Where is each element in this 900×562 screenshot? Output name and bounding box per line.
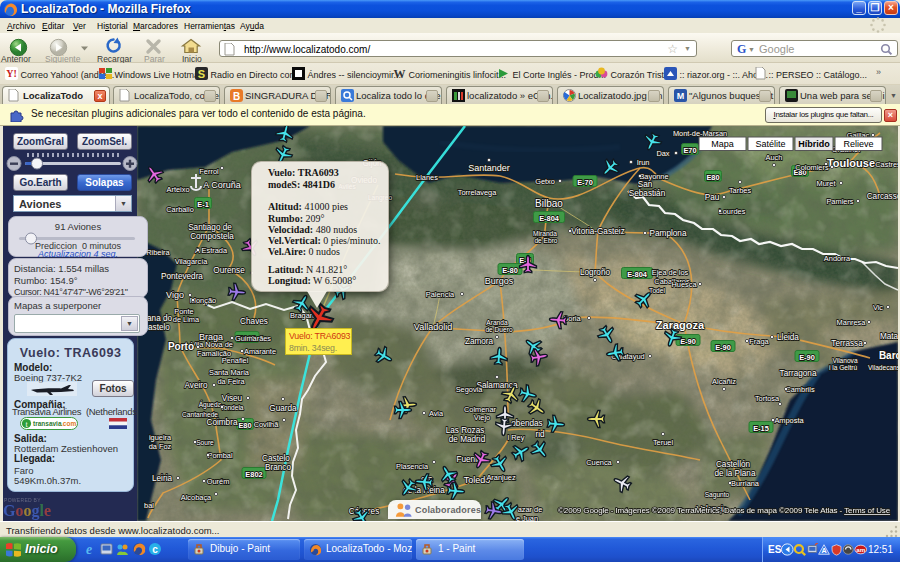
svg-text:igueira: igueira (149, 433, 172, 442)
svg-text:azar de: azar de (518, 505, 543, 514)
svg-text:Tarbes: Tarbes (729, 186, 751, 195)
svg-text:E-80: E-80 (502, 266, 518, 275)
svg-text:E70: E70 (683, 146, 696, 155)
svg-text:Dax: Dax (656, 149, 669, 158)
svg-text:Soure: Soure (196, 439, 214, 446)
svg-text:Aveiro: Aveiro (184, 381, 208, 390)
svg-text:Aranda: Aranda (486, 319, 508, 326)
svg-text:de la Plana: de la Plana (715, 469, 756, 478)
svg-text:M: M (677, 91, 685, 101)
svg-text:Águeda: Águeda (199, 400, 222, 409)
svg-text:Llanes: Llanes (416, 173, 438, 182)
svg-text:Alcañiz: Alcañiz (712, 377, 736, 386)
svg-text:E-804: E-804 (539, 214, 560, 223)
svg-text:Las Rozas: Las Rozas (446, 426, 485, 435)
svg-text:Andorra: Andorra (824, 254, 851, 263)
svg-text:Relieve: Relieve (843, 139, 873, 149)
svg-text:transavia: transavia (33, 420, 62, 427)
svg-text:Huesca: Huesca (671, 280, 697, 289)
svg-text:am: am (856, 546, 866, 553)
svg-text:Terrassa: Terrassa (831, 339, 863, 348)
svg-text:rid: rid (535, 430, 545, 439)
svg-text:S: S (198, 68, 205, 80)
svg-text:Vigo: Vigo (166, 290, 184, 300)
svg-text:Burgos: Burgos (485, 276, 514, 286)
svg-text:Cuenca: Cuenca (586, 458, 612, 467)
svg-text:Coimbra: Coimbra (207, 418, 238, 427)
svg-text:Vitoria-Gasteiz: Vitoria-Gasteiz (571, 227, 625, 236)
svg-text:Vilagarcía: Vilagarcía (175, 257, 209, 266)
svg-text:E-70: E-70 (577, 178, 593, 187)
svg-text:Castelo: Castelo (262, 454, 290, 463)
svg-text:Chaves: Chaves (240, 317, 268, 326)
svg-text:Plasencia: Plasencia (396, 462, 429, 471)
svg-text:©2009 Google - Imágenes ©2009: ©2009 Google - Imágenes ©2009 TerraMetri… (558, 506, 891, 515)
svg-text:de Duero: de Duero (485, 326, 512, 333)
svg-text:Porto: Porto (168, 341, 194, 352)
svg-text:Irun: Irun (637, 158, 650, 167)
svg-text:Penafiel: Penafiel (222, 356, 249, 365)
svg-text:Tondela: Tondela (220, 404, 243, 411)
svg-text:Ribeira: Ribeira (146, 248, 170, 257)
svg-text:Covilhã: Covilhã (254, 420, 280, 429)
svg-text:e Juan: e Juan (516, 514, 538, 521)
svg-text:Lleida: Lleida (777, 333, 799, 342)
svg-text:Lourdes: Lourdes (719, 207, 746, 216)
svg-text:Mata: Mata (880, 332, 898, 341)
svg-text:W: W (394, 67, 406, 80)
svg-text:Avia: Avia (429, 409, 444, 418)
svg-text:Híbrido: Híbrido (798, 139, 830, 149)
svg-text:Cambrils: Cambrils (785, 385, 814, 394)
svg-text:E-1: E-1 (197, 200, 209, 209)
svg-text:Segovia: Segovia (456, 385, 484, 394)
svg-text:Burriana: Burriana (731, 479, 760, 488)
svg-text:Branco: Branco (265, 463, 291, 472)
svg-text:Logroño: Logroño (580, 268, 610, 277)
svg-text:l Rey: l Rey (508, 433, 525, 442)
svg-text:E-804: E-804 (627, 270, 648, 279)
svg-text:.com: .com (61, 420, 76, 427)
svg-text:A: A (821, 548, 826, 555)
svg-text:Mapa: Mapa (711, 139, 734, 149)
svg-text:obendas: obendas (511, 419, 542, 428)
svg-text:c: c (152, 544, 158, 555)
svg-text:de Ebro: de Ebro (534, 237, 557, 244)
svg-text:Compostela: Compostela (190, 232, 234, 241)
svg-text:E80: E80 (238, 421, 251, 430)
svg-text:Bayonne: Bayonne (639, 172, 668, 181)
svg-text:E-90: E-90 (680, 337, 696, 346)
svg-text:Muret: Muret (817, 179, 836, 188)
svg-text:Pau: Pau (705, 193, 720, 202)
svg-text:da Foz: da Foz (149, 442, 172, 451)
svg-text:Vilanova: Vilanova (832, 357, 858, 364)
svg-text:Carballo: Carballo (166, 205, 194, 214)
svg-text:Santa Maria: Santa Maria (209, 368, 250, 377)
svg-text:Palencia: Palencia (426, 290, 455, 299)
svg-text:Y!: Y! (6, 68, 17, 79)
svg-text:E80: E80 (706, 173, 719, 182)
svg-text:Vic: Vic (873, 303, 883, 312)
svg-text:Toulouse: Toulouse (827, 157, 875, 169)
svg-text:Alcobaça: Alcobaça (181, 493, 212, 502)
svg-text:de Madrid: de Madrid (449, 435, 486, 444)
svg-text:Pamiers: Pamiers (826, 197, 853, 206)
svg-text:A Coruña: A Coruña (203, 180, 241, 190)
svg-text:Torrelavega: Torrelavega (458, 188, 498, 197)
svg-text:Manresa: Manresa (837, 318, 867, 327)
svg-text:Bilbao: Bilbao (535, 198, 563, 209)
svg-text:Barc: Barc (879, 350, 898, 361)
svg-text:Tortosa: Tortosa (755, 394, 780, 403)
svg-text:Valladolid: Valladolid (414, 322, 452, 332)
svg-text:Amarante: Amarante (244, 347, 276, 356)
svg-text:Zamora: Zamora (465, 337, 494, 346)
svg-text:Zaragoza: Zaragoza (656, 319, 705, 331)
svg-text:B: B (233, 91, 240, 102)
svg-text:Satélite: Satélite (755, 139, 785, 149)
svg-text:i la Geltrú: i la Geltrú (829, 364, 858, 371)
svg-text:Castellón: Castellón (716, 460, 751, 469)
svg-text:Aranjuez: Aranjuez (486, 473, 515, 482)
svg-text:Teruel: Teruel (653, 438, 673, 447)
svg-text:Todel: Todel (649, 287, 665, 294)
svg-text:Santander: Santander (468, 163, 510, 173)
svg-text:Pamplona: Pamplona (650, 229, 687, 238)
